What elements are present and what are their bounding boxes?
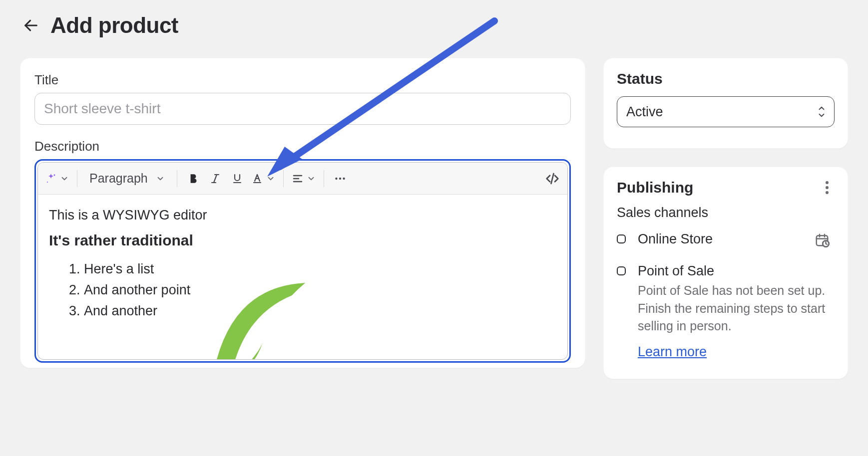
status-select[interactable]: Active <box>617 96 835 127</box>
back-button[interactable] <box>22 17 39 34</box>
ai-suggest-button[interactable] <box>42 168 72 190</box>
sample-heading: It's rather traditional <box>49 232 556 249</box>
select-chevrons-icon <box>817 105 826 118</box>
channel-name: Point of Sale <box>638 263 835 279</box>
status-heading: Status <box>617 70 835 87</box>
channel-row: Online Store <box>617 231 835 249</box>
italic-button[interactable] <box>204 168 226 190</box>
page-title: Add product <box>50 13 178 38</box>
svg-point-13 <box>339 177 341 179</box>
svg-point-16 <box>826 181 829 184</box>
svg-point-14 <box>343 177 345 179</box>
channel-row: Point of Sale Point of Sale has not been… <box>617 263 835 360</box>
underline-button[interactable] <box>226 168 248 190</box>
bold-button[interactable] <box>182 168 204 190</box>
channel-name: Online Store <box>638 231 807 247</box>
status-value: Active <box>626 104 663 120</box>
editor-focus-ring: Paragraph <box>34 159 571 363</box>
svg-point-17 <box>826 186 829 189</box>
svg-point-18 <box>826 191 829 194</box>
publishing-menu-button[interactable] <box>820 180 835 195</box>
product-form-card: Title Description Paragraph <box>20 58 585 368</box>
page-header: Add product <box>22 13 848 38</box>
list-item: And another point <box>84 280 556 301</box>
svg-point-1 <box>54 174 55 176</box>
align-button[interactable] <box>289 168 319 190</box>
publishing-card: Publishing Sales channels Online Store <box>603 167 848 379</box>
title-label: Title <box>34 72 571 88</box>
block-style-select[interactable]: Paragraph <box>82 168 172 190</box>
more-button[interactable] <box>329 168 351 190</box>
html-view-button[interactable] <box>541 168 563 190</box>
block-style-label: Paragraph <box>89 171 148 186</box>
status-card: Status Active <box>603 58 848 149</box>
description-label: Description <box>34 139 571 154</box>
rich-text-editor: Paragraph <box>37 162 568 360</box>
editor-toolbar: Paragraph <box>38 163 567 195</box>
text-color-button[interactable] <box>248 168 278 190</box>
sample-paragraph: This is a WYSIWYG editor <box>49 208 556 223</box>
channel-description: Point of Sale has not been set up. Finis… <box>638 282 835 335</box>
svg-line-3 <box>214 175 217 183</box>
svg-point-12 <box>335 177 337 179</box>
schedule-button[interactable] <box>815 232 835 249</box>
svg-point-2 <box>47 181 48 182</box>
channel-status-icon <box>617 234 626 243</box>
list-item: Here's a list <box>84 259 556 280</box>
product-title-input[interactable] <box>34 93 571 125</box>
learn-more-link[interactable]: Learn more <box>638 344 707 360</box>
publishing-heading: Publishing <box>617 179 693 196</box>
channel-status-icon <box>617 266 626 275</box>
svg-line-15 <box>551 174 554 184</box>
editor-body[interactable]: This is a WYSIWYG editor It's rather tra… <box>38 195 567 359</box>
sales-channels-heading: Sales channels <box>617 205 835 221</box>
